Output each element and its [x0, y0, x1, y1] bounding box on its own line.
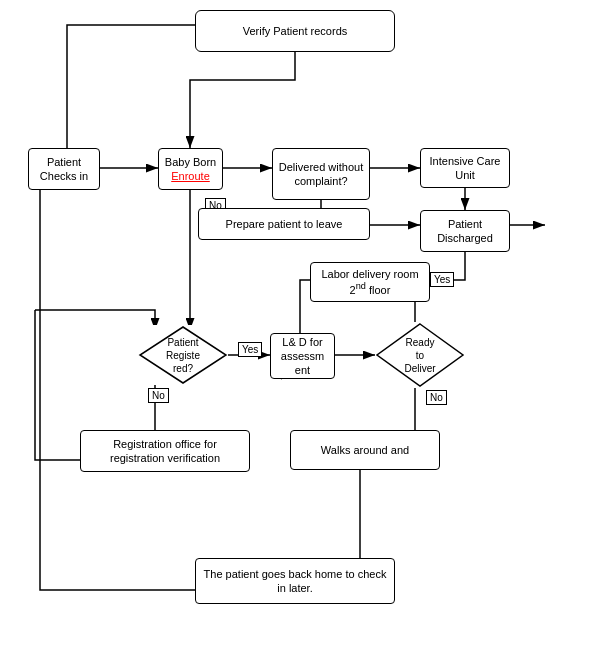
patient-checks-in-box: Patient Checks in — [28, 148, 100, 190]
walks-around-box: Walks around and — [290, 430, 440, 470]
verify-box: Verify Patient records — [195, 10, 395, 52]
labor-delivery-label: Labor delivery room 2nd floor — [315, 267, 425, 297]
labor-delivery-box: Labor delivery room 2nd floor — [310, 262, 430, 302]
yes-label-1: Yes — [430, 272, 454, 287]
patient-registered-label: PatientRegistered? — [166, 336, 200, 375]
prepare-leave-label: Prepare patient to leave — [226, 217, 343, 231]
prepare-leave-box: Prepare patient to leave — [198, 208, 370, 240]
patient-discharged-box: Patient Discharged — [420, 210, 510, 252]
patient-registered-diamond: PatientRegistered? — [138, 325, 228, 385]
ready-deliver-label: ReadytoDeliver — [404, 336, 435, 375]
walks-around-label: Walks around and — [321, 443, 409, 457]
baby-born-box: Baby BornEnroute — [158, 148, 223, 190]
yes-label-2: Yes — [238, 342, 262, 357]
patient-checks-in-label: Patient Checks in — [33, 155, 95, 184]
ready-deliver-diamond: ReadytoDeliver — [375, 322, 465, 388]
baby-born-label: Baby BornEnroute — [165, 155, 216, 184]
verify-label: Verify Patient records — [243, 24, 348, 38]
no-label-3: No — [426, 390, 447, 405]
goes-home-box: The patient goes back home to check in l… — [195, 558, 395, 604]
registration-office-label: Registration office for registration ver… — [85, 437, 245, 466]
delivered-label: Delivered without complaint? — [277, 160, 365, 189]
ld-assessment-box: L& D for assessm ent — [270, 333, 335, 379]
no-label-2: No — [148, 388, 169, 403]
intensive-care-label: Intensive Care Unit — [425, 154, 505, 183]
patient-discharged-label: Patient Discharged — [425, 217, 505, 246]
ld-assessment-label: L& D for assessm ent — [275, 335, 330, 378]
flowchart: Verify Patient records Patient Checks in… — [0, 0, 597, 666]
enroute-label: Enroute — [171, 170, 210, 182]
intensive-care-box: Intensive Care Unit — [420, 148, 510, 188]
delivered-box: Delivered without complaint? — [272, 148, 370, 200]
goes-home-label: The patient goes back home to check in l… — [200, 567, 390, 596]
registration-office-box: Registration office for registration ver… — [80, 430, 250, 472]
